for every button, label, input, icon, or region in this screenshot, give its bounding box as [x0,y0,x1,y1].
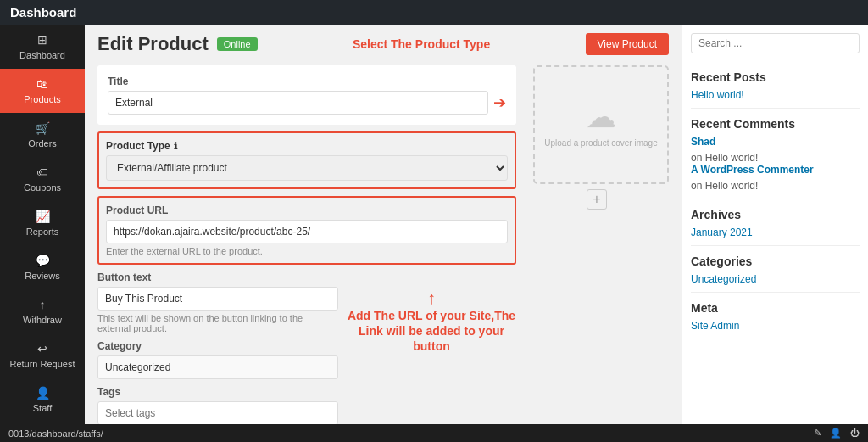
meta-title: Meta [691,301,860,315]
divider-4 [691,292,860,293]
bottom-url: 0013/dashboard/staffs/ [8,428,103,439]
product-type-select[interactable]: External/Affiliate product Simple produc… [106,155,508,181]
upload-area[interactable]: ☁ Upload a product cover image [533,65,669,184]
sidebar-item-return[interactable]: ↩ Return Request [0,333,85,378]
recent-comments-title: Recent Comments [691,117,860,131]
comment-author-2[interactable]: A WordPress Commenter [691,164,860,176]
right-sidebar: Recent Posts Hello world! Recent Comment… [682,25,868,424]
annotation-top: Select The Product Type [266,36,577,52]
comment-text-2: on Hello world! [691,180,758,192]
divider-2 [691,199,860,199]
return-icon: ↩ [37,342,47,355]
tags-section: Tags [97,386,338,424]
upload-section: ☁ Upload a product cover image + [525,65,669,424]
sidebar-item-dashboard[interactable]: ⊞ Dashboard [0,25,85,69]
edit-product-title: Edit Product [97,33,209,55]
comment-2: A WordPress Commenter on Hello world! [691,164,860,192]
view-product-button[interactable]: View Product [586,33,669,55]
category-section: Category [97,340,338,379]
sidebar-item-products[interactable]: 🛍 Products [0,69,85,113]
sidebar-item-coupons[interactable]: 🏷 Coupons [0,157,85,201]
product-url-input[interactable] [106,220,508,243]
title-label: Title [108,76,506,87]
sidebar-item-reports[interactable]: 📈 Reports [0,201,85,245]
button-text-note: This text will be shown on the button li… [97,313,338,333]
categories-item[interactable]: Uncategorized [691,273,860,285]
recent-posts-title: Recent Posts [691,70,860,84]
categories-title: Categories [691,255,860,268]
button-text-label: Button text [97,271,338,283]
recent-post-1[interactable]: Hello world! [691,89,860,101]
sidebar-item-withdraw[interactable]: ↑ Withdraw [0,289,85,333]
bottom-icons: ✎ 👤 ⏻ [814,428,860,439]
upload-label: Upload a product cover image [541,135,660,151]
category-input[interactable] [97,355,338,379]
dashboard-icon: ⊞ [37,33,47,47]
product-url-section: Product URL Enter the external URL to th… [97,196,516,265]
main-content: Edit Product Online Select The Product T… [85,25,682,424]
reports-icon: 📈 [36,210,50,223]
edit-product-header: Edit Product Online Select The Product T… [97,33,669,55]
coupons-icon: 🏷 [36,165,48,179]
status-badge: Online [217,37,258,51]
add-image-button[interactable]: + [587,189,607,210]
upload-icon: ☁ [586,99,616,135]
comment-1: Shad on Hello world! [691,136,860,164]
sidebar-item-staff[interactable]: 👤 Staff [0,378,85,422]
category-label: Category [97,340,338,352]
bottom-bar: 0013/dashboard/staffs/ ✎ 👤 ⏻ [0,424,868,442]
meta-item[interactable]: Site Admin [691,320,860,332]
title-input[interactable] [108,91,488,115]
divider-3 [691,245,860,246]
arrow-icon: ➔ [493,93,506,112]
power-icon[interactable]: ⏻ [850,428,860,439]
staff-icon: 👤 [36,386,50,400]
product-url-hint: Enter the external URL to the product. [106,246,508,256]
user-icon[interactable]: 👤 [830,428,842,439]
sidebar-item-reviews[interactable]: 💬 Reviews [0,245,85,289]
page-title: Dashboard [10,5,76,20]
divider-1 [691,108,860,109]
tags-input[interactable] [97,401,338,424]
comment-author-1[interactable]: Shad [691,136,860,148]
sidebar-item-orders[interactable]: 🛒 Orders [0,113,85,157]
search-input[interactable] [691,33,860,53]
sidebar: ⊞ Dashboard 🛍 Products 🛒 Orders 🏷 Coupon… [0,25,85,424]
withdraw-icon: ↑ [40,298,46,311]
edit-icon[interactable]: ✎ [814,428,821,439]
annotation-bottom: Add The URL of your Site,The Link will b… [347,308,516,355]
top-bar: Dashboard [0,0,868,25]
product-url-label: Product URL [106,204,508,216]
product-type-section: Product Type ℹ External/Affiliate produc… [97,131,516,189]
annotation-bottom-area: ↑ Add The URL of your Site,The Link will… [347,271,516,355]
title-section: Title ➔ [97,65,516,125]
products-icon: 🛍 [36,77,48,91]
product-type-label: Product Type [106,140,170,152]
comment-text-1: on Hello world! [691,152,758,164]
button-text-section: Button text This text will be shown on t… [97,271,338,333]
info-icon: ℹ [174,141,177,152]
tags-label: Tags [97,386,338,398]
button-text-input[interactable] [97,287,338,311]
archives-title: Archives [691,208,860,221]
archives-item[interactable]: January 2021 [691,227,860,238]
reviews-icon: 💬 [36,254,50,267]
orders-icon: 🛒 [36,121,50,135]
